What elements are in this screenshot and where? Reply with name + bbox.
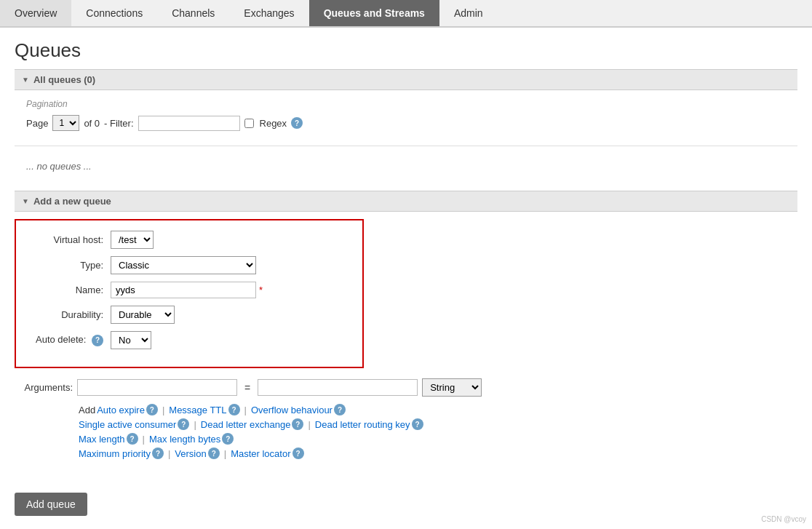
- name-input[interactable]: [111, 282, 256, 298]
- message-ttl-help-icon[interactable]: ?: [228, 404, 240, 415]
- type-row: Type: Classic Quorum Stream: [31, 256, 348, 274]
- max-length-help-icon[interactable]: ?: [127, 433, 138, 445]
- name-label: Name:: [31, 285, 103, 295]
- version-help-icon[interactable]: ?: [208, 448, 220, 459]
- overflow-behaviour-link[interactable]: Overflow behaviour: [251, 405, 333, 415]
- page-title: Queues: [15, 39, 797, 62]
- page-content: Queues ▼ All queues (0) Pagination Page …: [0, 28, 812, 529]
- no-queues-message: ... no queues ...: [15, 149, 797, 183]
- dead-letter-exchange-link[interactable]: Dead letter exchange: [201, 419, 291, 430]
- arguments-label: Arguments:: [15, 382, 73, 393]
- virtual-host-select[interactable]: /test /: [111, 231, 154, 249]
- version-link[interactable]: Version: [175, 448, 206, 459]
- arguments-key-input[interactable]: [77, 379, 237, 396]
- type-select[interactable]: Classic Quorum Stream: [111, 256, 256, 274]
- pagination-section: Pagination Page 1 of 0 - Filter: Regex ?: [15, 90, 797, 143]
- message-ttl-link[interactable]: Message TTL: [169, 405, 226, 415]
- auto-delete-help-icon[interactable]: ?: [92, 335, 103, 346]
- page-select[interactable]: 1: [52, 115, 79, 131]
- auto-delete-select[interactable]: No Yes: [111, 331, 151, 349]
- maximum-priority-help-icon[interactable]: ?: [152, 448, 164, 459]
- nav-admin[interactable]: Admin: [439, 0, 498, 26]
- sep1: |: [162, 405, 164, 415]
- sep6: |: [168, 448, 170, 459]
- add-queue-section-label: Add a new queue: [33, 196, 111, 207]
- virtual-host-label: Virtual host:: [31, 234, 103, 245]
- durability-row: Durability: Durable Transient: [31, 306, 348, 324]
- maximum-priority-link[interactable]: Maximum priority: [79, 448, 151, 459]
- auto-expire-link[interactable]: Auto expire: [97, 405, 145, 415]
- watermark: CSDN @vcoy: [761, 515, 806, 523]
- arg-links-row4: Maximum priority ? | Version ? | Master …: [15, 446, 797, 461]
- regex-label: Regex: [260, 118, 287, 129]
- collapse-arrow-icon: ▼: [22, 76, 29, 84]
- nav-exchanges[interactable]: Exchanges: [229, 0, 309, 26]
- sep3: |: [194, 419, 196, 430]
- filter-label: - Filter:: [104, 118, 133, 129]
- arguments-value-input[interactable]: [258, 379, 418, 396]
- eq-sign: =: [242, 382, 253, 394]
- arg-links-row1: Add Auto expire ? | Message TTL ? | Over…: [15, 402, 797, 417]
- filter-input[interactable]: [138, 116, 240, 131]
- dead-letter-routing-key-help-icon[interactable]: ?: [412, 418, 423, 430]
- sep5: |: [143, 434, 145, 445]
- max-length-bytes-help-icon[interactable]: ?: [222, 433, 234, 445]
- add-queue-section: ▼ Add a new queue Virtual host: /test / …: [15, 191, 797, 522]
- nav-queues-streams[interactable]: Queues and Streams: [309, 0, 439, 26]
- page-label: Page: [26, 118, 48, 129]
- durability-label: Durability:: [31, 309, 103, 320]
- max-length-link[interactable]: Max length: [79, 434, 125, 445]
- arguments-type-select[interactable]: String Number Boolean: [422, 378, 482, 397]
- pagination-row: Page 1 of 0 - Filter: Regex ?: [26, 115, 786, 131]
- virtual-host-row: Virtual host: /test /: [31, 231, 348, 249]
- sep4: |: [308, 419, 310, 430]
- overflow-behaviour-help-icon[interactable]: ?: [334, 404, 346, 415]
- regex-help-icon[interactable]: ?: [291, 117, 303, 129]
- all-queues-section-header[interactable]: ▼ All queues (0): [15, 69, 797, 90]
- max-length-bytes-link[interactable]: Max length bytes: [149, 434, 220, 445]
- name-row: Name: *: [31, 282, 348, 298]
- add-queue-button[interactable]: Add queue: [15, 493, 87, 516]
- auto-delete-label: Auto delete: ?: [31, 334, 103, 346]
- arg-links-row3: Max length ? | Max length bytes ?: [15, 431, 797, 446]
- auto-delete-row: Auto delete: ? No Yes: [31, 331, 348, 349]
- type-label: Type:: [31, 260, 103, 271]
- add-queue-arrow-icon: ▼: [22, 197, 29, 205]
- dead-letter-routing-key-link[interactable]: Dead letter routing key: [315, 419, 410, 430]
- add-label: Add: [79, 405, 95, 415]
- top-nav: Overview Connections Channels Exchanges …: [0, 0, 812, 28]
- pagination-label: Pagination: [26, 99, 786, 109]
- of-label: of 0: [84, 118, 100, 129]
- sep2: |: [244, 405, 247, 415]
- nav-connections[interactable]: Connections: [71, 0, 157, 26]
- button-row: Add queue: [15, 466, 797, 522]
- all-queues-label: All queues (0): [33, 74, 95, 85]
- sep7: |: [224, 448, 226, 459]
- master-locator-link[interactable]: Master locator: [231, 448, 290, 459]
- nav-overview[interactable]: Overview: [0, 0, 71, 26]
- auto-expire-help-icon[interactable]: ?: [146, 404, 158, 415]
- dead-letter-exchange-help-icon[interactable]: ?: [292, 418, 303, 430]
- required-star: *: [259, 285, 263, 295]
- master-locator-help-icon[interactable]: ?: [292, 448, 304, 459]
- durability-select[interactable]: Durable Transient: [111, 306, 175, 324]
- regex-checkbox[interactable]: [244, 119, 254, 128]
- single-active-consumer-link[interactable]: Single active consumer: [79, 419, 176, 430]
- arguments-row: Arguments: = String Number Boolean: [15, 378, 797, 397]
- queue-form-box: Virtual host: /test / Type: Classic Quor…: [15, 219, 364, 368]
- arguments-section: Arguments: = String Number Boolean Add A…: [15, 375, 797, 466]
- single-active-consumer-help-icon[interactable]: ?: [178, 418, 189, 430]
- nav-channels[interactable]: Channels: [157, 0, 229, 26]
- add-queue-section-header[interactable]: ▼ Add a new queue: [15, 191, 797, 212]
- arg-links-row2: Single active consumer ? | Dead letter e…: [15, 417, 797, 431]
